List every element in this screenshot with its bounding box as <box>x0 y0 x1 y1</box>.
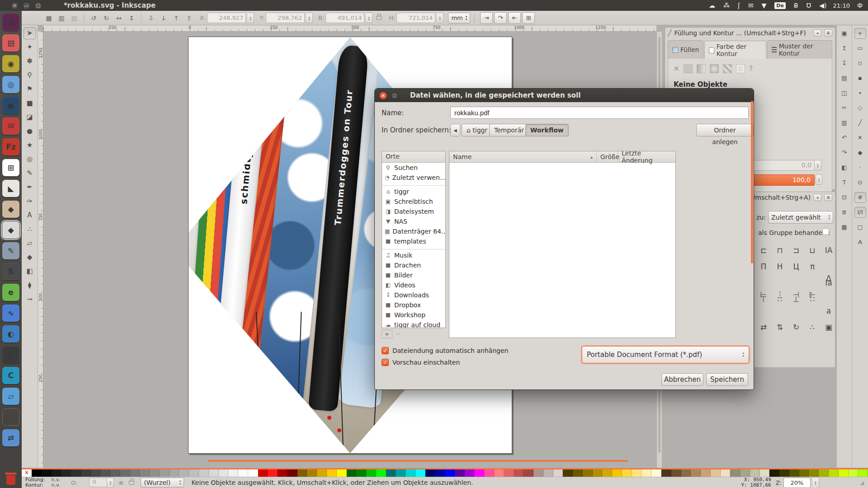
align-button[interactable]: Ц <box>788 259 804 275</box>
checkbox-checked-icon[interactable]: ✓ <box>382 359 389 366</box>
snap-icon[interactable]: ╱ <box>854 117 866 128</box>
relative-to-combo[interactable]: Zuletzt gewählt▴▾ <box>768 211 833 224</box>
place-item[interactable]: ■ Bilder <box>382 270 445 280</box>
append-extension-row[interactable]: ✓ Dateiendung automatisch anhängen <box>382 347 508 354</box>
color-swatch[interactable] <box>474 469 484 477</box>
color-swatch[interactable] <box>465 469 475 477</box>
tool-button[interactable]: ◆ <box>24 251 36 263</box>
color-swatch[interactable] <box>524 469 533 477</box>
tray-icon[interactable]: De <box>774 2 786 9</box>
color-swatch[interactable] <box>484 469 494 477</box>
color-swatch[interactable] <box>602 469 612 477</box>
affect-toggle[interactable]: ↷ <box>494 12 507 24</box>
breadcrumb-home[interactable]: ⌂ tiggr <box>462 124 492 136</box>
vertical-ruler[interactable]: 12501000750500250 <box>38 32 43 468</box>
color-swatch[interactable] <box>179 469 189 477</box>
tool-button[interactable]: ⊸ <box>24 293 36 305</box>
place-item[interactable]: ■ Drachen <box>382 260 445 270</box>
color-swatch[interactable] <box>32 469 42 477</box>
layer-lock-icon[interactable] <box>129 481 134 485</box>
color-swatch[interactable] <box>170 469 179 477</box>
color-swatch[interactable] <box>386 469 396 477</box>
launcher-app-icon[interactable]: ⊞ <box>2 159 19 176</box>
align-button[interactable]: ∷ <box>772 291 788 308</box>
color-swatch[interactable] <box>258 469 268 477</box>
save-button[interactable]: Speichern <box>706 373 748 386</box>
place-item[interactable]: ◨ Dateisystem <box>382 206 445 216</box>
color-swatch[interactable] <box>327 469 337 477</box>
color-swatch[interactable] <box>317 469 327 477</box>
command-icon[interactable]: ◧ <box>839 162 850 173</box>
color-swatch[interactable] <box>671 469 681 477</box>
launcher-app-icon[interactable]: ▱ <box>2 388 19 405</box>
color-swatch[interactable] <box>563 469 573 477</box>
color-swatch[interactable] <box>701 469 711 477</box>
align-button[interactable]: Ιa <box>821 275 837 291</box>
tray-icon[interactable]: ⁂ <box>723 2 730 9</box>
color-swatch[interactable] <box>160 469 170 477</box>
launcher-app-icon[interactable]: ◉ <box>2 14 19 31</box>
color-swatch[interactable] <box>809 469 819 477</box>
launcher-app-icon[interactable]: ◣ <box>2 180 19 197</box>
panel-close-button[interactable]: ⊠ <box>824 29 832 37</box>
color-swatch[interactable] <box>799 469 809 477</box>
tool-button[interactable]: ✽ <box>24 55 36 67</box>
color-swatch[interactable] <box>543 469 553 477</box>
launcher-app-icon[interactable]: ⇄ <box>2 429 19 446</box>
place-item[interactable]: ⌂ tiggr <box>382 187 445 197</box>
place-item[interactable]: ☁ tiggr auf cloud <box>382 320 445 328</box>
command-icon[interactable]: ✂ <box>839 103 850 113</box>
layer-visibility-icon[interactable]: ≡ <box>118 479 123 486</box>
tray-icon[interactable]: Ʊ <box>807 2 811 9</box>
tray-icon[interactable]: ◀) <box>819 2 826 9</box>
color-swatch[interactable] <box>189 469 199 477</box>
command-icon[interactable]: ◫ <box>839 88 850 99</box>
lock-ratio-icon[interactable] <box>376 16 382 20</box>
toolbar-icon[interactable]: ↓ <box>158 13 169 23</box>
tool-button[interactable]: ✑ <box>24 195 36 207</box>
height-spinner[interactable] <box>437 13 443 23</box>
launcher-app-icon[interactable]: ◐ <box>2 325 19 343</box>
color-swatch[interactable] <box>661 469 671 477</box>
place-item[interactable]: ▦ Datenträger 64… <box>382 226 445 236</box>
align-button[interactable]: a <box>821 303 837 308</box>
command-icon[interactable]: ↶ <box>839 132 850 143</box>
paint-linear-gradient-button[interactable] <box>697 64 706 73</box>
affect-toggle[interactable]: ⊞ <box>522 12 535 24</box>
enable-preview-row[interactable]: ✓ Vorschau einschalten <box>382 359 460 366</box>
toolbar-icon[interactable]: ▧ <box>69 13 80 23</box>
launcher-app-icon[interactable]: ◆ <box>2 221 19 239</box>
align-button[interactable]: ⊐ <box>788 243 804 259</box>
align-button[interactable]: ⊣ <box>788 287 804 291</box>
color-swatch[interactable] <box>445 469 455 477</box>
color-swatch[interactable] <box>219 469 229 477</box>
tool-button[interactable]: ⧫ <box>24 279 36 291</box>
align-button[interactable]: Δ <box>821 271 837 275</box>
tool-button[interactable]: ◎ <box>24 153 36 165</box>
command-icon[interactable]: ▤ <box>839 73 850 84</box>
align-button[interactable]: ∴ <box>804 319 821 324</box>
places-header[interactable]: Orte <box>382 151 445 163</box>
color-swatch[interactable] <box>248 469 258 477</box>
color-swatch[interactable] <box>268 469 278 477</box>
place-item[interactable] <box>382 183 445 186</box>
color-swatch[interactable] <box>297 469 307 477</box>
snap-icon[interactable]: ⊙ <box>854 177 866 188</box>
align-button[interactable]: Π <box>755 259 772 275</box>
panel-collapse-button[interactable]: ◂ <box>813 29 821 37</box>
color-swatch[interactable] <box>91 469 101 477</box>
color-swatch[interactable] <box>750 469 760 477</box>
place-item[interactable]: ■ Workshop <box>382 310 445 320</box>
launcher-app-icon[interactable]: ◎ <box>2 76 19 93</box>
color-swatch[interactable] <box>209 469 219 477</box>
align-button[interactable]: ⊔ <box>804 243 821 259</box>
resize-grip[interactable]: ◢ <box>860 479 866 486</box>
place-item[interactable]: ◔ Zuletzt verwen… <box>382 173 445 183</box>
dialog-maximize-button[interactable]: ▢ <box>391 92 398 99</box>
affect-toggle[interactable]: ⇥ <box>480 12 493 24</box>
color-swatch[interactable] <box>829 469 839 477</box>
width-field[interactable]: 491,014 <box>326 13 364 23</box>
height-field[interactable]: 721,014 <box>396 13 435 23</box>
toolbar-icon[interactable]: ↻ <box>101 13 112 23</box>
dialog-close-button[interactable]: ✕ <box>379 92 387 99</box>
